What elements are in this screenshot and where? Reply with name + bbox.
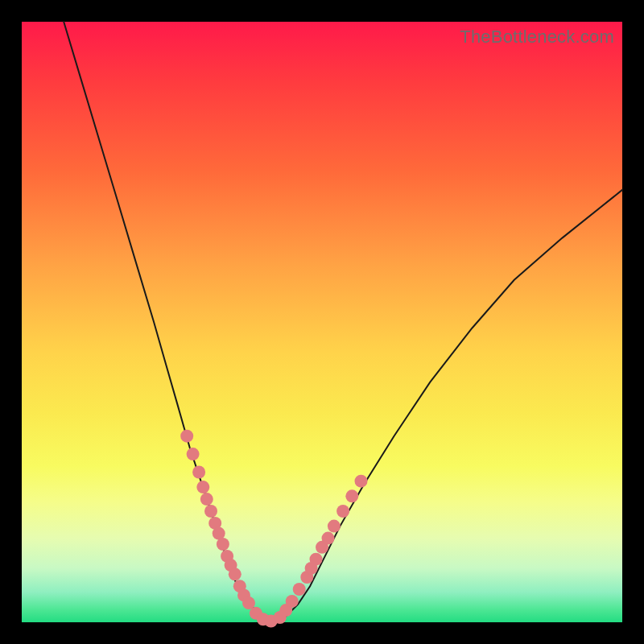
- data-point: [286, 595, 299, 608]
- marker-group: [180, 430, 367, 628]
- data-point: [204, 505, 217, 518]
- chart-plot-area: TheBottleneck.com: [22, 22, 622, 622]
- bottleneck-curve: [64, 22, 622, 622]
- chart-frame: TheBottleneck.com: [0, 0, 644, 644]
- data-point: [345, 489, 358, 502]
- data-point: [187, 448, 200, 460]
- data-point: [229, 568, 242, 580]
- data-point: [200, 493, 213, 506]
- data-point: [355, 475, 368, 488]
- data-point: [217, 538, 229, 551]
- data-point: [310, 553, 323, 566]
- data-point: [192, 466, 205, 479]
- chart-svg: [22, 22, 622, 622]
- data-point: [336, 505, 349, 518]
- data-point: [293, 583, 306, 596]
- data-point: [180, 430, 193, 443]
- data-point: [322, 532, 335, 545]
- data-point: [328, 520, 341, 533]
- data-point: [196, 481, 209, 493]
